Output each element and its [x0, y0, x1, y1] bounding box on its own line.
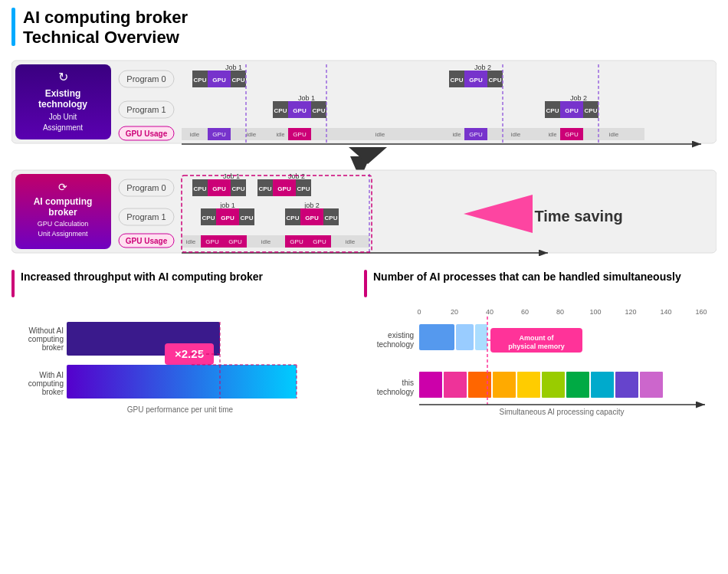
svg-text:80: 80: [556, 308, 564, 316]
svg-text:idle: idle: [261, 238, 271, 245]
svg-text:↻: ↻: [58, 71, 68, 84]
svg-text:140: 140: [660, 308, 671, 316]
svg-text:Simultaneous AI processing cap: Simultaneous AI processing capacity: [500, 408, 625, 416]
svg-text:Job 1: Job 1: [223, 172, 240, 180]
svg-rect-171: [542, 372, 565, 398]
svg-text:GPU: GPU: [212, 77, 226, 84]
svg-text:idle: idle: [186, 238, 196, 245]
svg-text:CPU: CPU: [194, 77, 207, 84]
svg-text:40: 40: [486, 308, 494, 316]
svg-text:Job 2: Job 2: [570, 94, 587, 102]
svg-text:broker: broker: [42, 343, 64, 352]
right-chart-accent: [364, 270, 367, 297]
svg-text:GPU: GPU: [228, 238, 242, 245]
svg-text:CPU: CPU: [297, 185, 310, 192]
svg-text:Program 1: Program 1: [126, 212, 166, 221]
svg-text:CPU: CPU: [451, 77, 464, 84]
svg-text:Program 1: Program 1: [126, 105, 166, 114]
svg-text:Time saving: Time saving: [534, 208, 622, 225]
svg-text:CPU: CPU: [287, 215, 300, 221]
svg-text:GPU: GPU: [212, 185, 226, 192]
svg-rect-166: [419, 372, 442, 398]
left-chart-container: Increased throughput with AI computing b…: [11, 270, 349, 419]
svg-text:GPU: GPU: [469, 77, 483, 84]
svg-text:job 1: job 1: [219, 202, 235, 209]
svg-text:idle: idle: [375, 131, 385, 138]
svg-text:idle: idle: [511, 131, 521, 138]
svg-text:GPU: GPU: [565, 131, 579, 138]
svg-text:CPU: CPU: [194, 185, 207, 192]
svg-text:CPU: CPU: [274, 107, 287, 114]
svg-text:×2.25: ×2.25: [175, 347, 204, 360]
svg-text:GPU: GPU: [293, 131, 307, 138]
title-line2: Technical Overview: [23, 28, 188, 48]
main-diagram-svg: ↻ Existing technology Job Unit Assignmen…: [11, 57, 717, 256]
svg-text:Existing: Existing: [45, 88, 81, 99]
svg-text:idle: idle: [453, 132, 461, 137]
svg-text:idle: idle: [277, 132, 285, 137]
title-accent-bar: [11, 8, 15, 46]
svg-text:this: this: [402, 379, 414, 387]
svg-text:20: 20: [451, 308, 458, 316]
svg-text:GPU: GPU: [205, 238, 219, 245]
main-container: AI computing broker Technical Overview: [0, 0, 728, 427]
svg-text:idle: idle: [549, 132, 557, 137]
svg-text:Program 0: Program 0: [126, 183, 166, 192]
svg-text:Amount of: Amount of: [520, 334, 555, 342]
svg-text:CPU: CPU: [325, 215, 338, 221]
svg-text:physical memory: physical memory: [508, 343, 565, 350]
right-chart-title: Number of AI processes that can be handl…: [373, 270, 681, 284]
page-title-area: AI computing broker Technical Overview: [11, 8, 717, 48]
page-title: AI computing broker Technical Overview: [23, 8, 188, 48]
svg-text:GPU: GPU: [313, 238, 326, 245]
svg-rect-165: [475, 324, 487, 350]
diagram-section: ↻ Existing technology Job Unit Assignmen…: [11, 57, 717, 259]
svg-rect-163: [419, 324, 454, 350]
svg-text:existing: existing: [388, 331, 414, 339]
svg-text:CPU: CPU: [259, 185, 272, 192]
svg-text:GPU performance per unit time: GPU performance per unit time: [127, 405, 234, 414]
svg-rect-164: [456, 324, 474, 350]
svg-text:technology: technology: [377, 388, 414, 396]
svg-text:GPU Usage: GPU Usage: [126, 130, 168, 138]
svg-text:GPU: GPU: [469, 131, 483, 138]
svg-rect-173: [591, 372, 614, 398]
svg-text:Job 1: Job 1: [298, 94, 315, 102]
svg-text:GPU Usage: GPU Usage: [126, 237, 168, 245]
svg-rect-169: [493, 372, 516, 398]
svg-text:0: 0: [417, 308, 421, 316]
svg-text:GPU: GPU: [290, 238, 303, 245]
svg-text:computing: computing: [28, 335, 64, 343]
svg-text:idle: idle: [247, 131, 257, 138]
right-chart-title-area: Number of AI processes that can be handl…: [364, 270, 717, 297]
svg-text:technology: technology: [377, 340, 414, 349]
left-chart-title: Increased throughput with AI computing b…: [21, 270, 263, 284]
svg-text:job 2: job 2: [303, 202, 320, 209]
svg-text:AI computing: AI computing: [34, 196, 93, 207]
svg-text:technology: technology: [38, 99, 87, 110]
left-chart-accent: [11, 270, 15, 297]
svg-text:GPU: GPU: [221, 215, 234, 221]
right-chart-svg: 0 20 40 60 80 100 120 140 160 existing t…: [364, 305, 717, 416]
svg-text:⟳: ⟳: [58, 181, 67, 193]
title-line1: AI computing broker: [23, 8, 188, 28]
svg-text:With AI: With AI: [39, 371, 64, 379]
svg-text:GPU: GPU: [277, 185, 291, 192]
svg-text:CPU: CPU: [202, 215, 215, 221]
svg-text:idle: idle: [609, 131, 619, 138]
svg-text:Assignment: Assignment: [43, 123, 83, 132]
svg-text:Job 1: Job 1: [225, 64, 242, 71]
svg-text:Job 2: Job 2: [474, 64, 491, 71]
svg-text:120: 120: [625, 308, 636, 316]
svg-text:100: 100: [589, 308, 601, 316]
svg-text:GPU: GPU: [305, 215, 319, 221]
svg-text:GPU: GPU: [293, 107, 307, 114]
svg-text:CPU: CPU: [313, 107, 326, 114]
svg-text:CPU: CPU: [546, 107, 559, 114]
left-chart-svg: Without AI computing broker With AI comp…: [11, 305, 333, 416]
svg-rect-174: [615, 372, 638, 398]
svg-text:GPU Calculation: GPU Calculation: [38, 220, 89, 228]
svg-text:CPU: CPU: [232, 185, 245, 192]
svg-rect-175: [640, 372, 663, 398]
svg-rect-167: [444, 372, 467, 398]
